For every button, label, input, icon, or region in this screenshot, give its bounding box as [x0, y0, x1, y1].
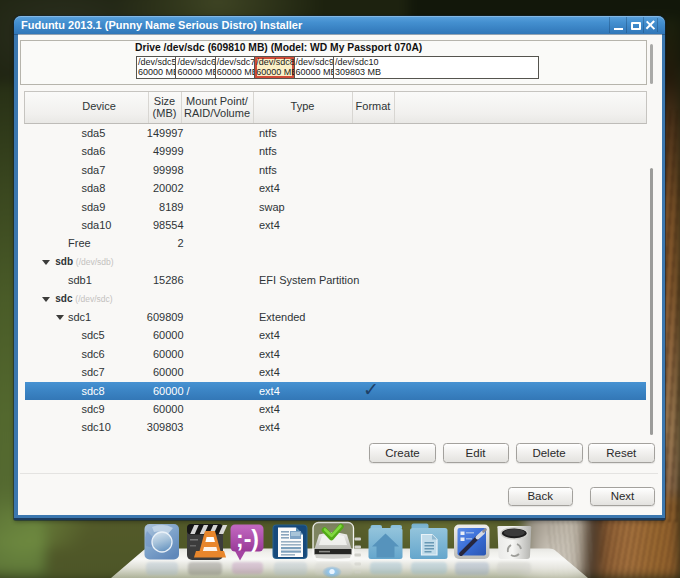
svg-text:;-): ;-): [236, 526, 259, 552]
